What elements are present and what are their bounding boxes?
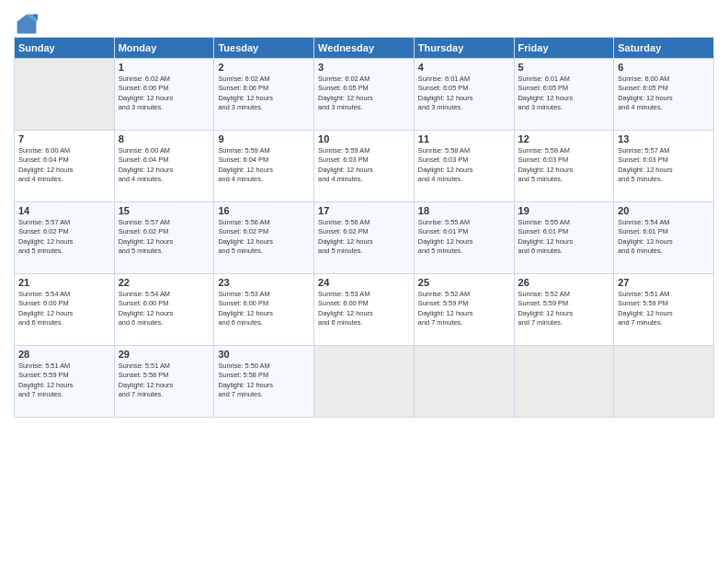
col-header-tuesday: Tuesday [214, 38, 314, 59]
day-cell: 7Sunrise: 6:00 AMSunset: 6:04 PMDaylight… [15, 131, 115, 202]
page: SundayMondayTuesdayWednesdayThursdayFrid… [0, 0, 728, 563]
day-number: 4 [418, 62, 510, 73]
week-row-5: 28Sunrise: 5:51 AMSunset: 5:59 PMDayligh… [15, 346, 714, 418]
col-header-wednesday: Wednesday [314, 38, 415, 59]
day-cell [614, 346, 714, 418]
day-info: Sunrise: 6:01 AMSunset: 6:05 PMDaylight:… [518, 75, 610, 112]
day-number: 9 [218, 133, 310, 144]
day-number: 20 [618, 205, 710, 216]
week-row-2: 7Sunrise: 6:00 AMSunset: 6:04 PMDaylight… [15, 131, 714, 202]
day-info: Sunrise: 5:54 AMSunset: 6:00 PMDaylight:… [18, 290, 110, 327]
day-number: 11 [418, 133, 510, 144]
day-number: 15 [119, 205, 210, 216]
day-cell: 8Sunrise: 6:00 AMSunset: 6:04 PMDaylight… [114, 131, 214, 202]
calendar-table: SundayMondayTuesdayWednesdayThursdayFrid… [14, 37, 714, 418]
day-cell: 17Sunrise: 5:56 AMSunset: 6:02 PMDayligh… [314, 202, 415, 274]
day-info: Sunrise: 5:59 AMSunset: 6:04 PMDaylight:… [218, 146, 310, 184]
day-cell: 14Sunrise: 5:57 AMSunset: 6:02 PMDayligh… [15, 202, 115, 274]
day-cell: 3Sunrise: 6:02 AMSunset: 6:05 PMDaylight… [314, 59, 415, 131]
day-cell: 11Sunrise: 5:58 AMSunset: 6:03 PMDayligh… [414, 131, 514, 202]
day-cell: 27Sunrise: 5:51 AMSunset: 5:59 PMDayligh… [614, 274, 714, 346]
day-info: Sunrise: 5:51 AMSunset: 5:58 PMDaylight:… [119, 362, 210, 399]
day-info: Sunrise: 6:02 AMSunset: 6:06 PMDaylight:… [119, 75, 210, 112]
day-info: Sunrise: 5:52 AMSunset: 5:59 PMDaylight:… [418, 290, 510, 327]
day-info: Sunrise: 5:57 AMSunset: 6:02 PMDaylight:… [119, 218, 210, 256]
day-number: 25 [418, 277, 510, 288]
day-number: 29 [119, 349, 210, 360]
day-number: 16 [218, 205, 310, 216]
day-cell: 30Sunrise: 5:50 AMSunset: 5:58 PMDayligh… [214, 346, 314, 418]
day-cell [314, 346, 415, 418]
logo-icon [16, 13, 38, 35]
day-info: Sunrise: 5:58 AMSunset: 6:03 PMDaylight:… [518, 146, 610, 184]
day-info: Sunrise: 5:55 AMSunset: 6:01 PMDaylight:… [518, 218, 610, 256]
day-number: 14 [18, 205, 110, 216]
day-number: 27 [618, 277, 710, 288]
day-cell: 24Sunrise: 5:53 AMSunset: 6:00 PMDayligh… [314, 274, 415, 346]
logo [14, 13, 38, 29]
day-cell: 19Sunrise: 5:55 AMSunset: 6:01 PMDayligh… [514, 202, 614, 274]
col-header-thursday: Thursday [414, 38, 514, 59]
day-info: Sunrise: 6:00 AMSunset: 6:04 PMDaylight:… [119, 146, 210, 184]
day-number: 23 [218, 277, 310, 288]
day-info: Sunrise: 5:50 AMSunset: 5:58 PMDaylight:… [218, 362, 310, 399]
day-cell: 22Sunrise: 5:54 AMSunset: 6:00 PMDayligh… [114, 274, 214, 346]
day-info: Sunrise: 5:54 AMSunset: 6:00 PMDaylight:… [119, 290, 210, 327]
day-cell: 2Sunrise: 6:02 AMSunset: 6:06 PMDaylight… [214, 59, 314, 131]
day-cell: 15Sunrise: 5:57 AMSunset: 6:02 PMDayligh… [114, 202, 214, 274]
day-info: Sunrise: 6:02 AMSunset: 6:05 PMDaylight:… [318, 75, 410, 112]
day-number: 26 [518, 277, 610, 288]
day-info: Sunrise: 6:00 AMSunset: 6:04 PMDaylight:… [18, 146, 110, 184]
day-info: Sunrise: 6:00 AMSunset: 6:05 PMDaylight:… [618, 75, 710, 112]
day-cell [514, 346, 614, 418]
day-info: Sunrise: 5:51 AMSunset: 5:59 PMDaylight:… [618, 290, 710, 327]
day-number: 28 [18, 349, 110, 360]
day-cell: 18Sunrise: 5:55 AMSunset: 6:01 PMDayligh… [414, 202, 514, 274]
day-number: 24 [318, 277, 410, 288]
week-row-3: 14Sunrise: 5:57 AMSunset: 6:02 PMDayligh… [15, 202, 714, 274]
header [14, 9, 714, 29]
day-info: Sunrise: 5:54 AMSunset: 6:01 PMDaylight:… [618, 218, 710, 256]
day-info: Sunrise: 6:02 AMSunset: 6:06 PMDaylight:… [218, 75, 310, 112]
day-cell: 20Sunrise: 5:54 AMSunset: 6:01 PMDayligh… [614, 202, 714, 274]
day-number: 30 [218, 349, 310, 360]
col-header-sunday: Sunday [15, 38, 115, 59]
day-info: Sunrise: 5:53 AMSunset: 6:00 PMDaylight:… [218, 290, 310, 327]
day-cell: 10Sunrise: 5:59 AMSunset: 6:03 PMDayligh… [314, 131, 415, 202]
day-cell: 28Sunrise: 5:51 AMSunset: 5:59 PMDayligh… [15, 346, 115, 418]
day-number: 10 [318, 133, 410, 144]
day-number: 2 [218, 62, 310, 73]
day-info: Sunrise: 5:56 AMSunset: 6:02 PMDaylight:… [318, 218, 410, 256]
day-cell: 9Sunrise: 5:59 AMSunset: 6:04 PMDaylight… [214, 131, 314, 202]
day-number: 6 [618, 62, 710, 73]
col-header-friday: Friday [514, 38, 614, 59]
day-number: 21 [18, 277, 110, 288]
day-cell: 29Sunrise: 5:51 AMSunset: 5:58 PMDayligh… [114, 346, 214, 418]
col-header-saturday: Saturday [614, 38, 714, 59]
day-number: 5 [518, 62, 610, 73]
week-row-1: 1Sunrise: 6:02 AMSunset: 6:06 PMDaylight… [15, 59, 714, 131]
day-info: Sunrise: 5:57 AMSunset: 6:03 PMDaylight:… [618, 146, 710, 184]
day-info: Sunrise: 5:53 AMSunset: 6:00 PMDaylight:… [318, 290, 410, 327]
day-number: 8 [119, 133, 210, 144]
day-cell: 12Sunrise: 5:58 AMSunset: 6:03 PMDayligh… [514, 131, 614, 202]
day-cell [414, 346, 514, 418]
day-cell: 5Sunrise: 6:01 AMSunset: 6:05 PMDaylight… [514, 59, 614, 131]
header-row: SundayMondayTuesdayWednesdayThursdayFrid… [15, 38, 714, 59]
day-cell: 26Sunrise: 5:52 AMSunset: 5:59 PMDayligh… [514, 274, 614, 346]
day-number: 17 [318, 205, 410, 216]
week-row-4: 21Sunrise: 5:54 AMSunset: 6:00 PMDayligh… [15, 274, 714, 346]
day-info: Sunrise: 5:52 AMSunset: 5:59 PMDaylight:… [518, 290, 610, 327]
day-info: Sunrise: 5:55 AMSunset: 6:01 PMDaylight:… [418, 218, 510, 256]
day-info: Sunrise: 5:58 AMSunset: 6:03 PMDaylight:… [418, 146, 510, 184]
day-cell: 6Sunrise: 6:00 AMSunset: 6:05 PMDaylight… [614, 59, 714, 131]
day-cell: 25Sunrise: 5:52 AMSunset: 5:59 PMDayligh… [414, 274, 514, 346]
day-info: Sunrise: 5:56 AMSunset: 6:02 PMDaylight:… [218, 218, 310, 256]
day-number: 13 [618, 133, 710, 144]
day-info: Sunrise: 5:59 AMSunset: 6:03 PMDaylight:… [318, 146, 410, 184]
day-number: 7 [18, 133, 110, 144]
day-number: 18 [418, 205, 510, 216]
day-cell: 16Sunrise: 5:56 AMSunset: 6:02 PMDayligh… [214, 202, 314, 274]
day-cell: 4Sunrise: 6:01 AMSunset: 6:05 PMDaylight… [414, 59, 514, 131]
day-info: Sunrise: 5:57 AMSunset: 6:02 PMDaylight:… [18, 218, 110, 256]
